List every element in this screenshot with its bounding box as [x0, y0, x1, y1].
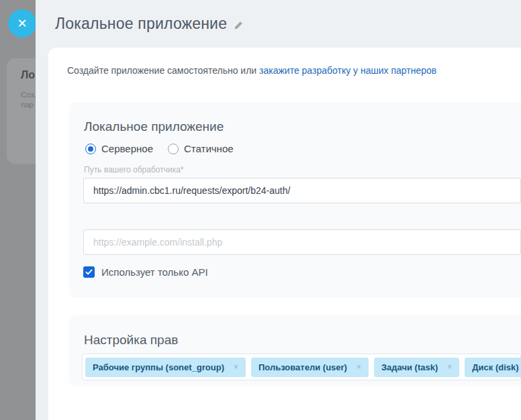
close-panel-button[interactable]: ✕ [8, 9, 36, 38]
radio-static-control[interactable] [168, 144, 179, 154]
permissions-section: Настройка прав Рабочие группы (sonet_gro… [69, 315, 521, 386]
app-settings-section: Локальное приложение Серверное Статичное… [69, 102, 521, 298]
api-only-label: Использует только API [101, 266, 208, 278]
background-card-text: Соз, [21, 90, 36, 100]
handler-path-input[interactable] [83, 178, 521, 203]
app-section-heading: Локальное приложение [69, 102, 521, 134]
edit-title-icon[interactable] [234, 20, 244, 30]
handler-path-label: Путь вашего обработчика* [84, 165, 521, 174]
partners-link[interactable]: закажите разработку у наших партнеров [259, 65, 436, 76]
page-title: Локальное приложение [55, 15, 227, 33]
chip-label: Диск (disk) [472, 362, 518, 372]
permission-chip[interactable]: Пользователи (user) × [251, 358, 369, 377]
intro-plain: Создайте приложение самостоятельно или [67, 65, 259, 76]
radio-static-label: Статичное [184, 143, 234, 154]
content-card: Создайте приложение самостоятельно или з… [48, 48, 521, 420]
screen: Ло Соз, пар ✕ Локальное приложение Созда… [0, 0, 521, 420]
background-card: Ло Соз, пар [7, 58, 36, 164]
intro-text: Создайте приложение самостоятельно или з… [67, 65, 436, 76]
background-card-text: пар [21, 100, 36, 110]
panel-header: Локальное приложение [55, 15, 244, 33]
chip-label: Задачи (task) [381, 362, 438, 372]
api-only-row[interactable]: Использует только API [83, 266, 208, 278]
permission-chip[interactable]: Рабочие группы (sonet_group) × [85, 358, 246, 377]
radio-server[interactable]: Серверное [85, 143, 153, 154]
radio-server-control[interactable] [85, 144, 96, 154]
permission-chip[interactable]: Диск (disk) × [465, 358, 521, 377]
permission-chip[interactable]: Задачи (task) × [374, 358, 459, 377]
install-path-input[interactable] [83, 229, 521, 255]
radio-server-label: Серверное [101, 143, 153, 154]
radio-static[interactable]: Статичное [168, 143, 234, 154]
permissions-heading: Настройка прав [69, 315, 521, 348]
slideover-panel: Локальное приложение Создайте приложение… [36, 0, 521, 420]
close-icon: ✕ [17, 17, 27, 30]
permissions-chip-input[interactable]: Рабочие группы (sonet_group) × Пользоват… [82, 354, 521, 380]
check-icon [85, 268, 93, 276]
remove-chip-icon[interactable]: × [447, 363, 452, 371]
api-only-checkbox[interactable] [83, 266, 95, 278]
remove-chip-icon[interactable]: × [357, 363, 361, 371]
chip-label: Пользователи (user) [258, 362, 347, 372]
chip-label: Рабочие группы (sonet_group) [93, 362, 224, 372]
app-type-radio-group: Серверное Статичное [85, 143, 521, 154]
remove-chip-icon[interactable]: × [234, 363, 238, 371]
background-card-title: Ло [21, 69, 36, 81]
